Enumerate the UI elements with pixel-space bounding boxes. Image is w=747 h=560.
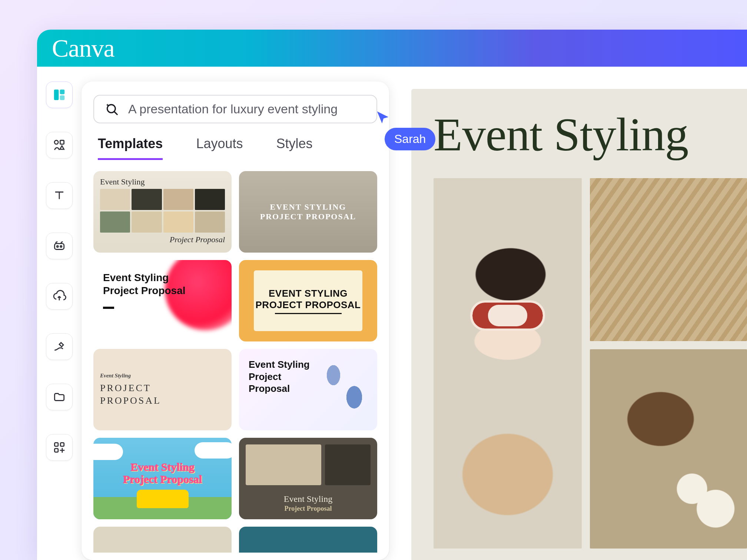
svg-rect-9: [60, 443, 64, 446]
template-card[interactable]: Event Styling PROJECTPROPOSAL: [93, 349, 232, 430]
app-window: Canva: [37, 30, 747, 560]
elements-icon[interactable]: [46, 132, 73, 159]
svg-rect-10: [54, 449, 58, 452]
template-title: Event StylingProjectProposal: [249, 359, 368, 395]
template-title: Event StylingProject Proposal: [123, 461, 202, 485]
search-input[interactable]: A presentation for luxury event styling: [93, 95, 377, 123]
templates-panel-wrap: A presentation for luxury event styling …: [82, 67, 396, 560]
text-icon[interactable]: [46, 182, 73, 209]
side-rail: [37, 67, 82, 560]
page-image[interactable]: [590, 349, 747, 549]
template-card[interactable]: EVENT STYLINGPROJECT PROPOSAL: [239, 260, 377, 341]
template-subtitle: Project Proposal: [100, 235, 225, 244]
canvas-area[interactable]: Event Styling: [396, 67, 747, 560]
template-big: PROJECTPROPOSAL: [100, 382, 156, 407]
uploads-icon[interactable]: [46, 283, 73, 310]
template-card[interactable]: [239, 527, 377, 553]
cursor-icon: [374, 109, 391, 126]
projects-icon[interactable]: [46, 384, 73, 410]
brand-logo: Canva: [52, 34, 114, 63]
apps-icon[interactable]: [46, 434, 73, 461]
magic-search-icon: [104, 102, 119, 117]
template-card[interactable]: Event Styling Project Proposal: [239, 438, 377, 519]
template-line: Project Proposal: [285, 505, 332, 513]
svg-rect-0: [54, 90, 59, 100]
templates-grid: Event Styling Project Proposal EVENT STY…: [93, 171, 377, 553]
template-card[interactable]: [93, 527, 232, 553]
template-line: Event Styling: [284, 494, 332, 504]
svg-rect-4: [60, 140, 64, 144]
template-title: Event StylingProject Proposal: [103, 271, 222, 297]
svg-point-7: [60, 246, 62, 247]
template-card[interactable]: Event StylingProject Proposal: [93, 260, 232, 341]
svg-rect-2: [60, 96, 65, 100]
page-image[interactable]: [434, 178, 582, 549]
templates-panel: A presentation for luxury event styling …: [82, 81, 389, 560]
panel-tabs: Templates Layouts Styles: [93, 123, 377, 160]
design-page[interactable]: Event Styling: [411, 89, 747, 560]
template-card[interactable]: Event StylingProjectProposal: [239, 349, 377, 430]
page-title[interactable]: Event Styling: [434, 107, 747, 162]
titlebar: Canva: [37, 30, 747, 67]
tab-styles[interactable]: Styles: [276, 136, 313, 160]
collaborator-cursor: Sarah: [374, 109, 435, 150]
page-image-grid: [434, 178, 747, 549]
template-title: Event Styling: [100, 177, 225, 187]
tab-layouts[interactable]: Layouts: [196, 136, 243, 160]
template-card[interactable]: EVENT STYLING PROJECT PROPOSAL: [239, 171, 377, 253]
brand-icon[interactable]: [46, 233, 73, 259]
draw-icon[interactable]: [46, 333, 73, 360]
svg-rect-8: [54, 443, 58, 446]
svg-rect-5: [54, 244, 64, 250]
workspace: A presentation for luxury event styling …: [37, 67, 747, 560]
template-card[interactable]: Event StylingProject Proposal: [93, 438, 232, 519]
page-image[interactable]: [590, 178, 747, 341]
template-line: EVENT STYLING: [270, 202, 346, 212]
template-line: PROJECT PROPOSAL: [260, 212, 356, 221]
search-value: A presentation for luxury event styling: [128, 102, 338, 116]
svg-rect-1: [60, 90, 65, 94]
tab-templates[interactable]: Templates: [98, 136, 163, 160]
template-small: Event Styling: [100, 373, 156, 379]
template-title: EVENT STYLINGPROJECT PROPOSAL: [256, 288, 361, 314]
svg-point-3: [54, 140, 58, 144]
design-icon[interactable]: [46, 81, 73, 108]
collaborator-name-badge: Sarah: [385, 128, 435, 150]
template-card[interactable]: Event Styling Project Proposal: [93, 171, 232, 253]
svg-point-6: [57, 246, 58, 247]
